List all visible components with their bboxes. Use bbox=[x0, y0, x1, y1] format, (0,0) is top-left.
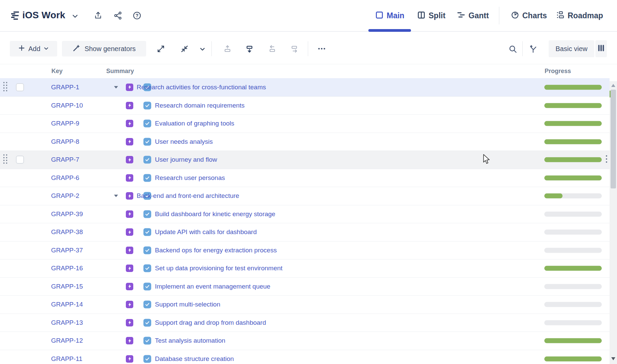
table-row[interactable]: GRAPP-14 Support multi-selection bbox=[0, 295, 610, 314]
search-icon[interactable] bbox=[508, 45, 517, 55]
collapse-all-icon[interactable] bbox=[180, 45, 189, 54]
table-row[interactable]: GRAPP-13 Support drag and drop from dash… bbox=[0, 314, 610, 332]
table-row[interactable]: GRAPP-16 Set up data provisioning for te… bbox=[0, 259, 610, 277]
issue-key[interactable]: GRAPP-10 bbox=[51, 102, 83, 109]
vertical-scrollbar[interactable] bbox=[610, 81, 617, 364]
move-up-icon[interactable] bbox=[223, 45, 232, 54]
issue-key[interactable]: GRAPP-15 bbox=[51, 283, 83, 290]
issue-summary[interactable]: Evaluation of graphing tools bbox=[155, 120, 234, 127]
top-bar: iOS Work ? Main bbox=[0, 0, 617, 32]
more-actions-icon[interactable] bbox=[317, 46, 326, 53]
transformations-icon[interactable] bbox=[529, 45, 538, 55]
row-select-checkbox[interactable] bbox=[16, 83, 24, 91]
issue-key[interactable]: GRAPP-8 bbox=[51, 138, 79, 145]
structure-title[interactable]: iOS Work bbox=[22, 10, 65, 21]
show-generators-button[interactable]: Show generators bbox=[62, 41, 146, 56]
table-row[interactable]: GRAPP-12 Test analysis automation bbox=[0, 332, 610, 350]
toolbar-divider bbox=[522, 41, 523, 56]
table-row[interactable]: GRAPP-38 Update API with calls for dashb… bbox=[0, 223, 610, 241]
expand-all-icon[interactable] bbox=[157, 45, 165, 54]
issue-key[interactable]: GRAPP-12 bbox=[51, 337, 83, 344]
issue-key[interactable]: GRAPP-9 bbox=[51, 120, 79, 127]
scroll-up-icon[interactable] bbox=[611, 84, 615, 87]
table-row[interactable]: GRAPP-37 Backend ops for energy extracti… bbox=[0, 241, 610, 259]
issue-summary[interactable]: Research domain requirements bbox=[155, 102, 245, 109]
task-checkbox-icon bbox=[143, 138, 151, 145]
issue-summary[interactable]: User needs analysis bbox=[155, 138, 213, 145]
column-header-summary[interactable]: Summary bbox=[106, 64, 134, 78]
issue-summary[interactable]: Implement an event management queue bbox=[155, 283, 270, 290]
issue-key[interactable]: GRAPP-7 bbox=[51, 156, 79, 163]
issue-summary[interactable]: Update API with calls for dashboard bbox=[155, 228, 257, 236]
tab-main[interactable]: Main bbox=[375, 0, 404, 31]
scroll-down-icon[interactable] bbox=[611, 357, 615, 360]
issue-summary[interactable]: Research user personas bbox=[155, 174, 225, 182]
help-icon[interactable]: ? bbox=[133, 11, 141, 21]
issue-summary[interactable]: Build dashboard for kinetic energy stora… bbox=[155, 210, 275, 218]
epic-icon bbox=[126, 265, 133, 272]
table-row[interactable]: GRAPP-8 User needs analysis bbox=[0, 133, 610, 151]
table-row[interactable]: GRAPP-7 User journey and flow bbox=[0, 151, 610, 169]
row-menu-icon[interactable] bbox=[605, 155, 608, 165]
issue-summary[interactable]: User journey and flow bbox=[155, 156, 217, 163]
epic-icon bbox=[126, 247, 133, 254]
tab-divider bbox=[499, 7, 499, 24]
chevron-down-icon[interactable] bbox=[114, 86, 118, 88]
tab-split[interactable]: Split bbox=[417, 0, 445, 31]
move-down-icon[interactable] bbox=[245, 45, 254, 54]
issue-summary[interactable]: Test analysis automation bbox=[155, 337, 225, 344]
table-row[interactable]: GRAPP-11 Database structure creation bbox=[0, 350, 610, 364]
table-row[interactable]: GRAPP-15 Implement an event management q… bbox=[0, 277, 610, 296]
columns-icon bbox=[597, 44, 605, 54]
issue-key[interactable]: GRAPP-1 bbox=[51, 84, 79, 91]
tab-roadmap[interactable]: Roadmap bbox=[556, 0, 603, 31]
issue-summary[interactable]: Support multi-selection bbox=[155, 301, 220, 308]
progress-bar bbox=[544, 121, 602, 126]
issue-summary[interactable]: Back-end and front-end architecture bbox=[137, 192, 239, 200]
table-row[interactable]: GRAPP-6 Research user personas bbox=[0, 169, 610, 187]
table-row[interactable]: GRAPP-39 Build dashboard for kinetic ene… bbox=[0, 205, 610, 223]
task-checkbox-icon bbox=[143, 301, 151, 309]
expand-level-chevron-icon[interactable] bbox=[200, 46, 205, 53]
columns-button[interactable] bbox=[595, 40, 607, 57]
basic-view-button[interactable]: Basic view bbox=[549, 40, 594, 57]
indent-icon[interactable] bbox=[290, 45, 299, 54]
issue-key[interactable]: GRAPP-37 bbox=[51, 247, 83, 254]
issue-key[interactable]: GRAPP-39 bbox=[51, 210, 83, 218]
issue-summary[interactable]: Database structure creation bbox=[155, 355, 234, 363]
issue-key[interactable]: GRAPP-16 bbox=[51, 265, 83, 272]
table-row[interactable]: GRAPP-9 Evaluation of graphing tools bbox=[0, 114, 610, 133]
issue-key[interactable]: GRAPP-14 bbox=[51, 301, 83, 308]
drag-handle-icon[interactable] bbox=[3, 154, 8, 166]
chevron-down-icon[interactable] bbox=[114, 195, 118, 197]
issue-summary[interactable]: Backend ops for energy extraction proces… bbox=[155, 247, 277, 254]
issue-key[interactable]: GRAPP-38 bbox=[51, 228, 83, 236]
issue-key[interactable]: GRAPP-2 bbox=[51, 192, 79, 200]
add-button[interactable]: Add bbox=[10, 41, 57, 56]
table-row[interactable]: GRAPP-2 Back-end and front-end architect… bbox=[0, 187, 610, 205]
share-icon[interactable] bbox=[114, 11, 122, 21]
issue-key[interactable]: GRAPP-13 bbox=[51, 319, 83, 326]
row-select-checkbox[interactable] bbox=[16, 156, 24, 164]
toolbar-divider bbox=[211, 41, 212, 56]
title-chevron-icon[interactable] bbox=[72, 13, 78, 21]
export-icon[interactable] bbox=[94, 11, 102, 21]
column-header-progress[interactable]: Progress bbox=[545, 64, 571, 78]
epic-icon bbox=[126, 319, 133, 326]
tab-charts[interactable]: Charts bbox=[511, 0, 547, 31]
table-row[interactable]: GRAPP-1 Research activities for cross-fu… bbox=[0, 78, 610, 96]
column-header-key[interactable]: Key bbox=[51, 64, 63, 78]
issue-key[interactable]: GRAPP-6 bbox=[51, 174, 79, 182]
outdent-icon[interactable] bbox=[268, 45, 277, 54]
issue-summary[interactable]: Set up data provisioning for test enviro… bbox=[155, 265, 282, 272]
issue-key[interactable]: GRAPP-11 bbox=[51, 355, 83, 363]
issue-summary[interactable]: Research activities for cross-functional… bbox=[137, 84, 266, 91]
drag-handle-icon[interactable] bbox=[3, 81, 8, 93]
progress-bar bbox=[544, 85, 602, 90]
scrollbar-thumb[interactable] bbox=[611, 90, 616, 188]
task-checkbox-icon bbox=[143, 210, 151, 218]
issue-summary[interactable]: Support drag and drop from dashboard bbox=[155, 319, 266, 326]
toolbar: Add Show generators bbox=[0, 32, 617, 64]
tab-gantt[interactable]: Gantt bbox=[457, 0, 489, 31]
table-row[interactable]: GRAPP-10 Research domain requirements bbox=[0, 96, 610, 115]
